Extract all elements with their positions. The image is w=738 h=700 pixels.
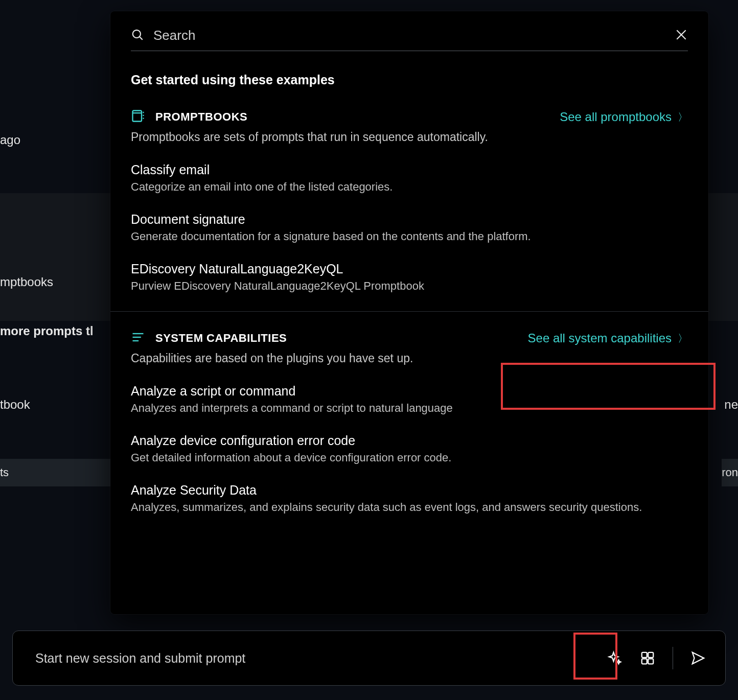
promptbook-item-desc: Generate documentation for a signature b… <box>131 230 688 243</box>
svg-rect-12 <box>642 659 647 664</box>
close-button[interactable] <box>675 28 688 43</box>
chevron-right-icon: 〉 <box>678 332 688 345</box>
capability-item-desc: Analyzes and interprets a command or scr… <box>131 402 688 415</box>
examples-popover: Get started using these examples PROMPTB… <box>110 11 708 614</box>
bg-text-mptbooks: mptbooks <box>0 275 53 289</box>
bg-text-ago: ago <box>0 133 20 147</box>
promptbook-item[interactable]: Classify email Categorize an email into … <box>131 162 688 194</box>
bg-text-ts: ts <box>0 459 110 486</box>
promptbooks-desc: Promptbooks are sets of prompts that run… <box>131 130 688 144</box>
see-all-capabilities-link[interactable]: See all system capabilities 〉 <box>528 331 688 345</box>
chevron-right-icon: 〉 <box>678 110 688 124</box>
prompt-bar <box>12 631 726 686</box>
svg-point-0 <box>133 30 141 37</box>
svg-rect-13 <box>648 659 653 664</box>
promptbook-item-desc: Purview EDiscovery NaturalLanguage2KeyQL… <box>131 279 688 293</box>
popover-subtitle: Get started using these examples <box>131 73 688 87</box>
search-row <box>131 28 688 51</box>
plugins-button[interactable] <box>637 647 658 669</box>
capability-item[interactable]: Analyze a script or command Analyzes and… <box>131 384 688 415</box>
capability-item-title: Analyze a script or command <box>131 384 688 399</box>
send-button[interactable] <box>687 647 709 669</box>
capabilities-desc: Capabilities are based on the plugins yo… <box>131 352 688 365</box>
prompt-input[interactable] <box>35 651 604 666</box>
capabilities-title: SYSTEM CAPABILITIES <box>155 332 287 345</box>
svg-rect-11 <box>648 652 653 658</box>
sparkle-button[interactable] <box>604 647 626 669</box>
capability-item[interactable]: Analyze Security Data Analyzes, summariz… <box>131 483 688 514</box>
section-divider <box>110 311 708 312</box>
bg-text-more-prompts: more prompts tl <box>0 324 94 338</box>
promptbook-item[interactable]: Document signature Generate documentatio… <box>131 212 688 243</box>
promptbook-item-title: Classify email <box>131 162 688 177</box>
promptbooks-header: PROMPTBOOKS See all promptbooks 〉 <box>131 109 688 125</box>
bg-text-tbook: tbook <box>0 398 30 412</box>
vertical-divider <box>673 647 673 669</box>
promptbook-item[interactable]: EDiscovery NaturalLanguage2KeyQL Purview… <box>131 262 688 293</box>
capability-item-title: Analyze device configuration error code <box>131 433 688 448</box>
capability-item-desc: Get detailed information about a device … <box>131 451 688 464</box>
search-icon <box>131 28 144 43</box>
capabilities-icon <box>131 330 145 346</box>
capability-item[interactable]: Analyze device configuration error code … <box>131 433 688 464</box>
svg-rect-10 <box>642 652 647 658</box>
capability-item-title: Analyze Security Data <box>131 483 688 498</box>
promptbook-item-title: Document signature <box>131 212 688 227</box>
promptbooks-title: PROMPTBOOKS <box>155 110 247 124</box>
search-input[interactable] <box>153 28 675 43</box>
capabilities-header: SYSTEM CAPABILITIES See all system capab… <box>131 330 688 346</box>
svg-rect-4 <box>133 111 142 122</box>
bg-text-ron: ron <box>722 459 738 486</box>
svg-line-1 <box>140 37 142 39</box>
promptbook-item-title: EDiscovery NaturalLanguage2KeyQL <box>131 262 688 276</box>
see-all-promptbooks-label: See all promptbooks <box>560 110 672 124</box>
bg-text-ne: ne <box>724 398 738 412</box>
promptbooks-icon <box>131 109 145 125</box>
see-all-capabilities-label: See all system capabilities <box>528 331 672 345</box>
see-all-promptbooks-link[interactable]: See all promptbooks 〉 <box>560 110 688 124</box>
prompt-actions <box>604 647 709 669</box>
promptbook-item-desc: Categorize an email into one of the list… <box>131 180 688 194</box>
capability-item-desc: Analyzes, summarizes, and explains secur… <box>131 501 688 514</box>
